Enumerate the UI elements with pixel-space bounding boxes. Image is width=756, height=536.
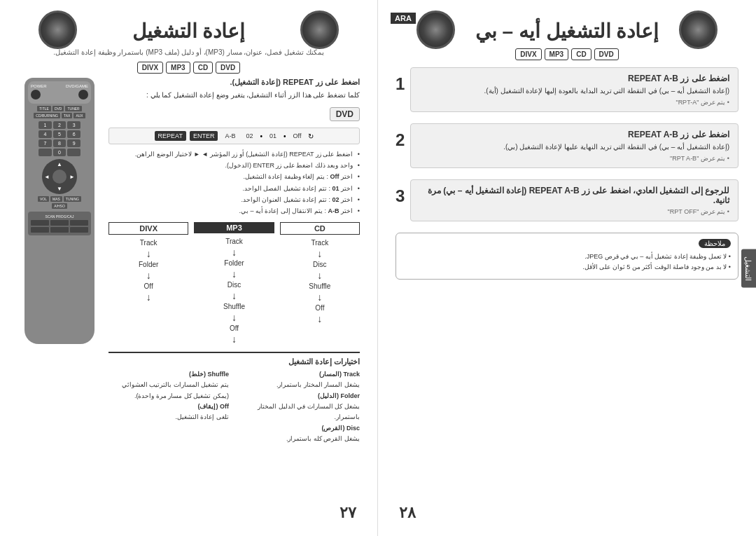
format-badges-right: DIVX MP3 CD DVD (18, 62, 360, 74)
cd-arrow3: ↓ (280, 291, 360, 303)
mp3-disc: Disc (194, 280, 274, 290)
mp3-track: Track (194, 236, 274, 247)
glossary-disc: Disc (القرص) يشغل القرص كله باستمرار. (239, 423, 360, 445)
right-content-area: اضغط على زر REPEAT (إعادة التشغيل). كلما… (108, 78, 360, 444)
glossary-off: Off (إيقاف) تلغى إعادة التشغيل. (108, 401, 229, 423)
mp3-off: Off (194, 323, 274, 334)
bullet-1: اضغط على زر REPEAT (إعادة التشغيل) أو زر… (108, 149, 360, 160)
step-2-number: 2 (396, 130, 405, 150)
remote-control: POWERDVD/GAME TITLE DVD TUNER CD/BURNING… (18, 78, 102, 444)
divx-arrow2: ↓ (108, 270, 188, 281)
track-desc: يشغل المسار المختار باستمرار. (276, 381, 360, 388)
mp3-arrow4: ↓ (194, 312, 274, 323)
divx-track: Track (108, 238, 188, 248)
step-2-text: (إعادة التشغيل أيه – بي) في النقطة التي … (419, 142, 729, 152)
mp3-shuffle: Shuffle (194, 301, 274, 312)
instruction-bullets: اضغط على زر REPEAT (إعادة التشغيل) أو زر… (108, 149, 360, 217)
glossary-folder: Folder (الدليل) يشغل كل المسارات في الدل… (239, 391, 360, 423)
cd-off: Off (280, 303, 360, 313)
ara-badge: ARA (391, 13, 416, 24)
dvd-section-label: DVD (330, 107, 360, 121)
divx-title: DIVX (108, 222, 188, 235)
repeat-section: CD Track ↓ Disc ↓ Shuffle ↓ Off ↓ MP3 Tr… (108, 222, 360, 345)
remote-body: POWERDVD/GAME TITLE DVD TUNER CD/BURNING… (24, 78, 94, 344)
speaker-left-p28 (416, 11, 455, 49)
instruction-note: كلما تضغط على هذا الزر أثناء التشغيل، يت… (108, 90, 360, 101)
step-2-box: اضغط على زر REPEAT A-B (إعادة التشغيل أي… (410, 123, 738, 168)
bullet-01: اختر 01 : تتم إعادة تشغيل الفصل الواحد. (108, 183, 360, 194)
page-number-27: ٢٧ (340, 504, 356, 522)
bullet-ab: اختر A-B : يتم الانتقال إلى إعادة أيه – … (108, 205, 360, 217)
divx-arrow1: ↓ (108, 248, 188, 259)
repeat-columns: CD Track ↓ Disc ↓ Shuffle ↓ Off ↓ MP3 Tr… (108, 222, 360, 345)
shuffle-desc: يتم تشغيل المسارات بالترتيب العشوائي (يم… (122, 381, 229, 399)
track-term: Track (المسار) (319, 371, 360, 378)
disc-term: Disc (القرص) (321, 425, 360, 432)
left-badge-cd: CD (571, 48, 591, 60)
glossary-columns: Track (المسار) يشغل المسار المختار باستم… (108, 369, 360, 444)
mp3-repeat-col: MP3 Track ↓ Folder ↓ Disc ↓ Shuffle ↓ Of… (194, 222, 274, 345)
off-term: Off (إيقاف) (198, 403, 230, 410)
step-2-title: اضغط على زر REPEAT A-B (419, 130, 729, 139)
cd-arrow2: ↓ (280, 270, 360, 281)
format-badges-left: DIVX MP3 CD DVD (396, 48, 738, 60)
mode-02: 02 (242, 131, 256, 141)
folder-desc: يشغل كل المسارات في الدليل المختار باستم… (258, 403, 360, 420)
dot-icon2: • (260, 132, 263, 140)
left-badge-divx: DIVX (515, 48, 541, 60)
mode-repeat: REPEAT (155, 131, 186, 141)
step-1-title: اضغط على زر REPEAT A-B (419, 74, 729, 83)
bullet-02: اختر 02 : تتم إعادة تشغيل العنوان الواحد… (108, 194, 360, 205)
cd-track: Track (280, 238, 360, 248)
divx-arrow3: ↓ (108, 291, 188, 303)
disc-desc: يشغل القرص كله باستمرار. (286, 435, 360, 442)
cd-arrow1: ↓ (280, 248, 360, 259)
divx-repeat-col: DIVX Track ↓ Folder ↓ Off ↓ (108, 222, 188, 345)
page-27: إعادة التشغيل يمكنك تشغيل فصل، عنوان، مس… (0, 0, 378, 536)
step-3-box: للرجوع إلى التشغيل العادي، اضغط على زر R… (410, 179, 738, 221)
mp3-arrow5: ↓ (194, 334, 274, 345)
folder-term: Folder (الدليل) (318, 392, 360, 399)
page-subtitle-right: يمكنك تشغيل فصل، عنوان، مسار (MP3)، أو د… (18, 48, 360, 56)
repeat-icon: ↻ (308, 132, 314, 140)
left-badge-mp3: MP3 (545, 48, 569, 60)
mp3-arrow2: ↓ (194, 268, 274, 280)
step-1-box: اضغط على زر REPEAT A-B (إعادة التشغيل أي… (410, 67, 738, 112)
off-desc: تلغى إعادة التشغيل. (175, 413, 229, 420)
glossary-col-left: Shuffle (خلط) يتم تشغيل المسارات بالترتي… (108, 369, 229, 444)
note-1: • لا تعمل وظيفة إعادة تشغيل أيه – بي في … (403, 252, 731, 262)
mode-bar: ↻ Off • 01 • 02 A-B ENTER REPEAT (108, 128, 360, 144)
divx-folder: Folder (108, 259, 188, 270)
divx-off: Off (108, 281, 188, 291)
left-badge-dvd: DVD (594, 48, 619, 60)
page-28: ARA إعادة التشغيل أيه – بي DIVX MP3 CD D… (378, 0, 756, 536)
mp3-arrow1: ↓ (194, 247, 274, 258)
glossary-section: اختيارات إعادة التشغيل Track (المسار) يش… (108, 352, 360, 444)
note-2: • لا بد من وجود فاصلة الوقت أكثر من 5 ثو… (403, 262, 731, 273)
side-tab: التشغيل (741, 249, 756, 287)
step-3-title: للرجوع إلى التشغيل العادي، اضغط على زر R… (419, 186, 729, 205)
steps-area: اضغط على زر REPEAT A-B (إعادة التشغيل أي… (396, 67, 738, 227)
mode-ab: A-B (221, 131, 239, 141)
dot-icon: • (284, 132, 286, 140)
step-1-display: • يتم عرض "RPT-A" (419, 99, 729, 106)
badge-divx: DIVX (137, 62, 163, 74)
step-1-text: (إعادة التشغيل أيه – بي) في النقطة التي … (419, 85, 729, 96)
instruction-title: اضغط على زر REPEAT (إعادة التشغيل). (108, 78, 360, 87)
step-3-number: 3 (396, 186, 405, 206)
cd-shuffle: Shuffle (280, 281, 360, 291)
badge-dvd: DVD (216, 62, 240, 74)
note-label: ملاحظة (699, 239, 731, 248)
glossary-track: Track (المسار) يشغل المسار المختار باستم… (239, 369, 360, 391)
mode-01: 01 (266, 131, 280, 141)
speaker-left (38, 11, 77, 49)
badge-cd: CD (193, 62, 213, 74)
mp3-arrow3: ↓ (194, 290, 274, 301)
step-3-display: • يتم عرض "RPT OFF" (419, 208, 729, 215)
glossary-title: اختيارات إعادة التشغيل (108, 357, 360, 366)
glossary-shuffle: Shuffle (خلط) يتم تشغيل المسارات بالترتي… (108, 369, 229, 401)
page-number-28: ٢٨ (399, 504, 416, 522)
cd-repeat-col: CD Track ↓ Disc ↓ Shuffle ↓ Off ↓ (280, 222, 360, 345)
cd-disc: Disc (280, 259, 360, 270)
step-1-number: 1 (396, 74, 405, 94)
